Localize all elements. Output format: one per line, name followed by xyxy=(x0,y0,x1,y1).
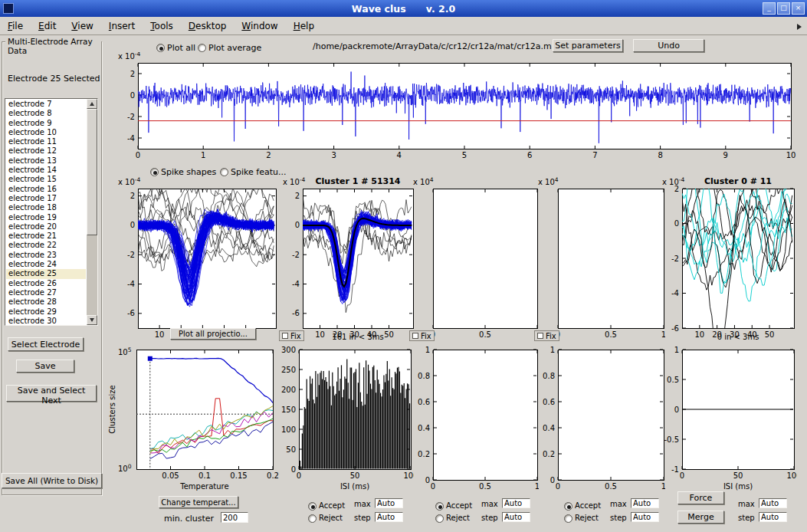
isi-cluster2-plot: 00.5100.20.40.60.81 xyxy=(408,342,539,495)
electrode-list-item[interactable]: electrode 14 xyxy=(6,166,86,175)
plot-all-radio[interactable] xyxy=(156,44,165,52)
cluster1-step-input[interactable] xyxy=(375,512,403,522)
save-button[interactable]: Save xyxy=(16,360,74,373)
cluster2-max-input[interactable] xyxy=(502,498,530,508)
electrode-list-item[interactable]: electrode 23 xyxy=(6,251,86,260)
plot-average-radio[interactable] xyxy=(198,44,206,52)
scroll-up-button[interactable] xyxy=(87,99,97,109)
maximize-button[interactable]: □ xyxy=(777,2,790,15)
cluster1-max-input[interactable] xyxy=(375,498,403,508)
svg-text:1: 1 xyxy=(201,151,205,159)
electrode-list-item[interactable]: electrode 18 xyxy=(6,203,86,212)
fix-checkbox-2[interactable]: Fix xyxy=(409,330,435,341)
cluster3-max-label: max xyxy=(610,500,627,508)
electrode-list-item[interactable]: electrode 26 xyxy=(6,279,86,288)
svg-text:0.8: 0.8 xyxy=(543,372,555,380)
svg-text:2: 2 xyxy=(295,192,300,200)
svg-text:300: 300 xyxy=(281,346,296,354)
svg-text:-1: -1 xyxy=(671,465,679,474)
continuous-signal-plot: 01234567891020-2-4x 10-4 xyxy=(113,52,801,163)
menu-tools[interactable]: Tools xyxy=(150,21,173,31)
electrode-list-item[interactable]: electrode 10 xyxy=(6,128,86,137)
save-all-button[interactable]: Save All (Write to Disk) xyxy=(2,473,102,488)
svg-text:-6: -6 xyxy=(671,324,679,333)
svg-text:x 104: x 104 xyxy=(413,176,434,186)
menu-overflow-arrow-icon[interactable] xyxy=(797,24,802,30)
menu-desktop[interactable]: Desktop xyxy=(189,21,227,31)
electrode-list-item[interactable]: electrode 24 xyxy=(6,260,86,269)
electrode-list-item[interactable]: electrode 25 xyxy=(6,269,86,278)
electrode-list-item[interactable]: electrode 19 xyxy=(6,213,86,222)
svg-text:0: 0 xyxy=(431,482,435,491)
temperature-plot[interactable]: 0.050.10.150.2Temperature105100Clusters … xyxy=(107,342,279,495)
electrode-list-item[interactable]: electrode 8 xyxy=(6,109,86,118)
fix-checkbox-1[interactable]: Fix xyxy=(279,330,304,341)
close-button[interactable]: × xyxy=(792,2,805,15)
scroll-down-button[interactable] xyxy=(87,315,97,325)
svg-text:x 10-4: x 10-4 xyxy=(118,52,141,61)
force-button[interactable]: Force xyxy=(677,491,724,504)
menu-help[interactable]: Help xyxy=(294,21,314,31)
cluster2-step-input[interactable] xyxy=(502,512,530,522)
menu-view[interactable]: View xyxy=(71,21,93,31)
cluster1-accept-label: Accept xyxy=(319,501,345,510)
cluster2-reject-radio[interactable] xyxy=(435,514,444,523)
electrode-list-item[interactable]: electrode 29 xyxy=(6,307,86,317)
window-title: Wave clus v. 2.0 xyxy=(0,3,807,15)
select-electrode-button[interactable]: Select Electrode xyxy=(8,337,84,351)
svg-text:150: 150 xyxy=(281,406,296,414)
electrode-list-item[interactable]: electrode 9 xyxy=(6,119,86,128)
min-cluster-input[interactable] xyxy=(221,512,248,523)
fix-label: Fix xyxy=(546,332,556,340)
menu-window[interactable]: Window xyxy=(241,21,277,31)
min-cluster-label: min. cluster xyxy=(164,514,214,524)
electrode-list-item[interactable]: electrode 7 xyxy=(6,100,86,109)
electrode-status: Electrode 25 Selected xyxy=(8,74,100,84)
electrode-list-item[interactable]: electrode 28 xyxy=(6,297,86,307)
electrode-list-item[interactable]: electrode 15 xyxy=(6,175,86,184)
plot-all-projections-button[interactable]: Plot all projectio... xyxy=(170,328,256,340)
cluster0-isi-note: 0 in < 3ms xyxy=(682,333,794,341)
menu-insert[interactable]: Insert xyxy=(109,21,135,31)
svg-text:x 10-4: x 10-4 xyxy=(118,176,141,186)
menu-file[interactable]: File xyxy=(8,21,23,31)
cluster1-accept-radio[interactable] xyxy=(308,502,317,511)
undo-button[interactable]: Undo xyxy=(633,39,704,52)
change-temperature-button[interactable]: Change temperat... xyxy=(159,496,238,508)
cluster2-plot: 00.51x 104 xyxy=(408,175,539,342)
svg-text:2: 2 xyxy=(130,192,135,200)
cluster3-max-input[interactable] xyxy=(631,498,659,508)
cluster2-accept-radio[interactable] xyxy=(435,502,444,511)
scrollbar-thumb[interactable] xyxy=(87,109,97,235)
merge-button[interactable]: Merge xyxy=(677,511,724,524)
electrode-list-item[interactable]: electrode 22 xyxy=(6,241,86,250)
svg-text:0.5: 0.5 xyxy=(605,482,617,491)
electrode-list-item[interactable]: electrode 11 xyxy=(6,137,86,146)
fix-checkbox-3[interactable]: Fix xyxy=(534,330,559,341)
save-select-next-button[interactable]: Save and Select Next xyxy=(6,385,97,402)
electrode-list-container: electrode 7electrode 8electrode 9electro… xyxy=(5,98,98,326)
electrode-list-item[interactable]: electrode 17 xyxy=(6,194,86,203)
electrode-list-item[interactable]: electrode 30 xyxy=(6,317,86,324)
cluster3-reject-label: Reject xyxy=(575,514,599,522)
svg-text:0: 0 xyxy=(425,476,430,484)
electrode-list-scrollbar[interactable] xyxy=(87,99,97,325)
cluster3-step-input[interactable] xyxy=(631,512,659,522)
electrode-list-item[interactable]: electrode 20 xyxy=(6,222,86,232)
cluster1-reject-radio[interactable] xyxy=(308,514,317,523)
electrode-list[interactable]: electrode 7electrode 8electrode 9electro… xyxy=(6,100,86,324)
electrode-list-item[interactable]: electrode 21 xyxy=(6,232,86,241)
menu-edit[interactable]: Edit xyxy=(38,21,56,31)
electrode-list-item[interactable]: electrode 16 xyxy=(6,185,86,194)
minimize-button[interactable]: _ xyxy=(763,2,776,15)
cluster3-accept-radio[interactable] xyxy=(564,502,572,511)
electrode-list-item[interactable]: electrode 13 xyxy=(6,156,86,166)
cluster0-max-input[interactable] xyxy=(759,498,787,508)
cluster0-step-input[interactable] xyxy=(759,512,787,522)
svg-text:1: 1 xyxy=(425,346,430,354)
arrow-up-icon xyxy=(90,102,94,106)
electrode-list-item[interactable]: electrode 27 xyxy=(6,288,86,297)
set-parameters-button[interactable]: Set parameters xyxy=(553,39,623,52)
electrode-list-item[interactable]: electrode 12 xyxy=(6,146,86,156)
cluster3-reject-radio[interactable] xyxy=(564,514,572,523)
